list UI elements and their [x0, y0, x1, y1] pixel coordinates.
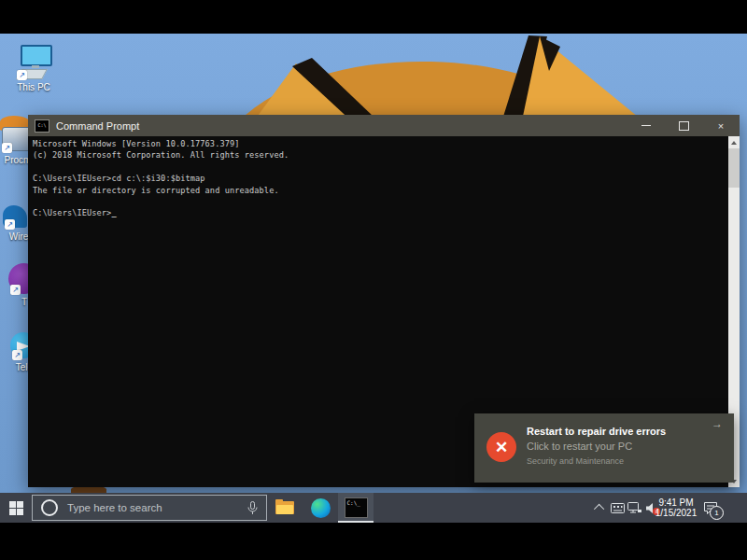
- console-line: (c) 2018 Microsoft Corporation. All righ…: [33, 150, 728, 161]
- taskbar-file-explorer[interactable]: [267, 493, 303, 523]
- letterbox-top: [0, 0, 747, 34]
- shortcut-arrow-icon: ↗: [5, 219, 15, 230]
- letterbox-bottom: [0, 523, 747, 560]
- icon-label: This PC: [7, 82, 60, 92]
- toast-title: Restart to repair drive errors: [527, 426, 666, 437]
- console-line: Microsoft Windows [Version 10.0.17763.37…: [33, 139, 728, 150]
- console-line: [33, 197, 728, 208]
- toast-subtitle: Click to restart your PC: [527, 441, 632, 452]
- taskbar: Type here to search C:\_: [0, 493, 747, 523]
- window-title: Command Prompt: [56, 120, 139, 132]
- search-box[interactable]: Type here to search: [32, 495, 267, 521]
- error-icon: ✕: [486, 432, 516, 462]
- clock-date: 1/15/2021: [655, 508, 698, 518]
- edge-icon: [311, 498, 331, 518]
- close-icon: ×: [718, 120, 724, 132]
- search-placeholder: Type here to search: [67, 502, 247, 513]
- tray-show-hidden-icons[interactable]: [593, 493, 608, 523]
- console-line: The file or directory is corrupted and u…: [33, 186, 728, 197]
- cmd-window-icon: C:\: [35, 119, 49, 133]
- close-button[interactable]: ×: [702, 115, 740, 136]
- window-titlebar[interactable]: C:\ Command Prompt ×: [28, 115, 740, 136]
- tray-touch-keyboard[interactable]: [609, 493, 626, 523]
- shortcut-arrow-icon: ↗: [12, 350, 22, 360]
- keyboard-icon: [611, 503, 625, 513]
- network-icon: [627, 502, 641, 514]
- taskbar-edge[interactable]: [303, 493, 338, 523]
- console-line: C:\Users\IEUser>cd c:\:$i30:$bitmap: [33, 174, 728, 185]
- desktop-icon-this-pc[interactable]: ↗ This PC: [7, 45, 60, 92]
- console-prompt-line: C:\Users\IEUser>_: [33, 208, 728, 219]
- start-button[interactable]: [0, 493, 32, 523]
- shortcut-arrow-icon: ↗: [10, 285, 21, 295]
- command-prompt-icon: C:\_: [345, 497, 368, 518]
- toast-dismiss-arrow-icon[interactable]: →: [712, 417, 723, 430]
- scroll-up-icon[interactable]: [728, 136, 740, 148]
- shortcut-arrow-icon: ↗: [2, 143, 12, 153]
- scrollbar-thumb[interactable]: [728, 148, 740, 188]
- tray-network[interactable]: [626, 493, 642, 523]
- screen: ↗ This PC ↗ Procm ↗ Wire ↗ T: [0, 0, 747, 560]
- clock-time: 9:41 PM: [658, 497, 693, 508]
- minimize-button[interactable]: [627, 115, 665, 136]
- tray-clock[interactable]: 9:41 PM 1/15/2021: [654, 493, 698, 523]
- chevron-up-icon: [594, 504, 604, 514]
- maximize-button[interactable]: [665, 115, 702, 136]
- notification-count-badge: 1: [710, 506, 724, 520]
- windows-logo-icon: [9, 501, 23, 515]
- cortana-icon: [41, 499, 58, 516]
- this-pc-icon: ↗: [15, 45, 52, 80]
- shortcut-arrow-icon: ↗: [17, 70, 27, 80]
- microphone-icon[interactable]: [247, 501, 258, 515]
- console-line: [33, 162, 728, 174]
- desktop[interactable]: ↗ This PC ↗ Procm ↗ Wire ↗ T: [0, 34, 747, 493]
- toast-source: Security and Maintenance: [527, 456, 624, 466]
- file-explorer-icon: [275, 501, 294, 515]
- console-cursor: _: [111, 208, 116, 217]
- maximize-icon: [679, 121, 689, 131]
- taskbar-command-prompt[interactable]: C:\_: [338, 493, 374, 523]
- notification-toast[interactable]: ✕ Restart to repair drive errors Click t…: [474, 413, 734, 483]
- minimize-icon: [641, 125, 651, 126]
